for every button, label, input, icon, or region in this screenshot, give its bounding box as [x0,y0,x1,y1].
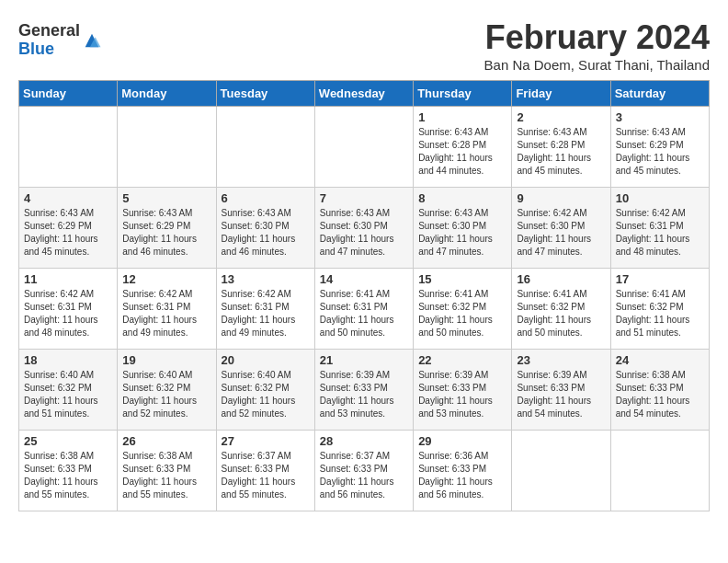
calendar-day-cell: 15Sunrise: 6:41 AM Sunset: 6:32 PM Dayli… [414,269,512,350]
day-number: 10 [616,191,704,205]
calendar-day-cell: 16Sunrise: 6:41 AM Sunset: 6:32 PM Dayli… [512,269,610,350]
calendar-day-cell: 22Sunrise: 6:39 AM Sunset: 6:33 PM Dayli… [414,350,512,431]
calendar-week-row: 18Sunrise: 6:40 AM Sunset: 6:32 PM Dayli… [19,350,710,431]
calendar-day-cell: 27Sunrise: 6:37 AM Sunset: 6:33 PM Dayli… [216,431,314,511]
header: General Blue February 2024 Ban Na Doem, … [18,18,710,73]
title-area: February 2024 Ban Na Doem, Surat Thani, … [484,18,710,73]
day-info: Sunrise: 6:43 AM Sunset: 6:28 PM Dayligh… [418,126,506,178]
calendar-day-cell: 4Sunrise: 6:43 AM Sunset: 6:29 PM Daylig… [19,188,118,269]
weekday-header-cell: Friday [512,81,610,107]
calendar-week-row: 4Sunrise: 6:43 AM Sunset: 6:29 PM Daylig… [19,188,710,269]
day-info: Sunrise: 6:42 AM Sunset: 6:31 PM Dayligh… [616,207,704,259]
calendar-day-cell: 20Sunrise: 6:40 AM Sunset: 6:32 PM Dayli… [216,350,314,431]
calendar-day-cell: 7Sunrise: 6:43 AM Sunset: 6:30 PM Daylig… [314,188,413,269]
weekday-header-cell: Monday [118,81,216,107]
calendar-day-cell: 24Sunrise: 6:38 AM Sunset: 6:33 PM Dayli… [610,350,709,431]
calendar-day-cell: 5Sunrise: 6:43 AM Sunset: 6:29 PM Daylig… [118,188,216,269]
calendar-day-cell: 28Sunrise: 6:37 AM Sunset: 6:33 PM Dayli… [314,431,413,511]
day-number: 20 [222,353,310,367]
day-number: 3 [616,110,704,124]
day-info: Sunrise: 6:42 AM Sunset: 6:31 PM Dayligh… [24,288,112,339]
day-number: 23 [517,353,605,367]
day-info: Sunrise: 6:41 AM Sunset: 6:32 PM Dayligh… [616,288,704,339]
calendar-body: 1Sunrise: 6:43 AM Sunset: 6:28 PM Daylig… [19,107,710,511]
day-number: 22 [418,353,506,367]
logo-icon [82,30,102,51]
day-info: Sunrise: 6:43 AM Sunset: 6:30 PM Dayligh… [222,207,310,259]
day-info: Sunrise: 6:39 AM Sunset: 6:33 PM Dayligh… [418,369,506,420]
day-number: 27 [222,434,310,448]
day-info: Sunrise: 6:38 AM Sunset: 6:33 PM Dayligh… [122,450,210,501]
calendar-day-cell: 14Sunrise: 6:41 AM Sunset: 6:31 PM Dayli… [314,269,413,350]
calendar-day-cell: 3Sunrise: 6:43 AM Sunset: 6:29 PM Daylig… [610,107,709,188]
day-number: 21 [320,353,408,367]
day-number: 18 [24,353,112,367]
month-title: February 2024 [484,18,710,57]
day-number: 4 [24,191,112,205]
day-number: 1 [418,110,506,124]
calendar-week-row: 25Sunrise: 6:38 AM Sunset: 6:33 PM Dayli… [19,431,710,511]
calendar-day-cell: 19Sunrise: 6:40 AM Sunset: 6:32 PM Dayli… [118,350,216,431]
day-info: Sunrise: 6:37 AM Sunset: 6:33 PM Dayligh… [222,450,310,501]
day-info: Sunrise: 6:41 AM Sunset: 6:31 PM Dayligh… [320,288,408,339]
day-info: Sunrise: 6:43 AM Sunset: 6:30 PM Dayligh… [418,207,506,259]
weekday-header-cell: Thursday [414,81,512,107]
calendar-day-cell: 13Sunrise: 6:42 AM Sunset: 6:31 PM Dayli… [216,269,314,350]
calendar-day-cell [314,107,413,188]
day-info: Sunrise: 6:43 AM Sunset: 6:29 PM Dayligh… [616,126,704,178]
day-number: 15 [418,272,506,286]
calendar-day-cell: 23Sunrise: 6:39 AM Sunset: 6:33 PM Dayli… [512,350,610,431]
calendar-day-cell [512,431,610,511]
day-number: 8 [418,191,506,205]
day-number: 16 [517,272,605,286]
day-number: 5 [122,191,210,205]
day-number: 14 [320,272,408,286]
calendar-day-cell: 10Sunrise: 6:42 AM Sunset: 6:31 PM Dayli… [610,188,709,269]
day-info: Sunrise: 6:37 AM Sunset: 6:33 PM Dayligh… [320,450,408,501]
day-info: Sunrise: 6:41 AM Sunset: 6:32 PM Dayligh… [517,288,605,339]
day-number: 2 [517,110,605,124]
day-info: Sunrise: 6:36 AM Sunset: 6:33 PM Dayligh… [418,450,506,501]
day-number: 9 [517,191,605,205]
day-info: Sunrise: 6:40 AM Sunset: 6:32 PM Dayligh… [122,369,210,420]
logo: General Blue [18,22,102,59]
weekday-header-cell: Sunday [19,81,118,107]
day-number: 28 [320,434,408,448]
calendar-day-cell: 8Sunrise: 6:43 AM Sunset: 6:30 PM Daylig… [414,188,512,269]
calendar-day-cell: 21Sunrise: 6:39 AM Sunset: 6:33 PM Dayli… [314,350,413,431]
day-info: Sunrise: 6:38 AM Sunset: 6:33 PM Dayligh… [24,450,112,501]
weekday-header-cell: Tuesday [216,81,314,107]
calendar-day-cell: 1Sunrise: 6:43 AM Sunset: 6:28 PM Daylig… [414,107,512,188]
logo-blue-text: Blue [18,40,80,59]
calendar-day-cell: 12Sunrise: 6:42 AM Sunset: 6:31 PM Dayli… [118,269,216,350]
calendar-day-cell [610,431,709,511]
day-info: Sunrise: 6:40 AM Sunset: 6:32 PM Dayligh… [222,369,310,420]
calendar-day-cell: 25Sunrise: 6:38 AM Sunset: 6:33 PM Dayli… [19,431,118,511]
day-number: 19 [122,353,210,367]
calendar-table: SundayMondayTuesdayWednesdayThursdayFrid… [18,80,710,511]
day-number: 17 [616,272,704,286]
day-info: Sunrise: 6:38 AM Sunset: 6:33 PM Dayligh… [616,369,704,420]
location-title: Ban Na Doem, Surat Thani, Thailand [484,57,710,73]
day-info: Sunrise: 6:42 AM Sunset: 6:31 PM Dayligh… [122,288,210,339]
day-info: Sunrise: 6:40 AM Sunset: 6:32 PM Dayligh… [24,369,112,420]
day-number: 12 [122,272,210,286]
calendar-day-cell [19,107,118,188]
calendar-day-cell [216,107,314,188]
day-info: Sunrise: 6:42 AM Sunset: 6:30 PM Dayligh… [517,207,605,259]
day-info: Sunrise: 6:39 AM Sunset: 6:33 PM Dayligh… [320,369,408,420]
day-info: Sunrise: 6:43 AM Sunset: 6:28 PM Dayligh… [517,126,605,178]
day-info: Sunrise: 6:39 AM Sunset: 6:33 PM Dayligh… [517,369,605,420]
logo-general-text: General [18,22,80,40]
weekday-header-cell: Wednesday [314,81,413,107]
day-info: Sunrise: 6:43 AM Sunset: 6:29 PM Dayligh… [24,207,112,259]
calendar-day-cell: 18Sunrise: 6:40 AM Sunset: 6:32 PM Dayli… [19,350,118,431]
calendar-day-cell: 2Sunrise: 6:43 AM Sunset: 6:28 PM Daylig… [512,107,610,188]
day-number: 13 [222,272,310,286]
calendar-day-cell [118,107,216,188]
weekday-header-row: SundayMondayTuesdayWednesdayThursdayFrid… [19,81,710,107]
calendar-day-cell: 17Sunrise: 6:41 AM Sunset: 6:32 PM Dayli… [610,269,709,350]
calendar-day-cell: 6Sunrise: 6:43 AM Sunset: 6:30 PM Daylig… [216,188,314,269]
day-number: 6 [222,191,310,205]
day-number: 24 [616,353,704,367]
